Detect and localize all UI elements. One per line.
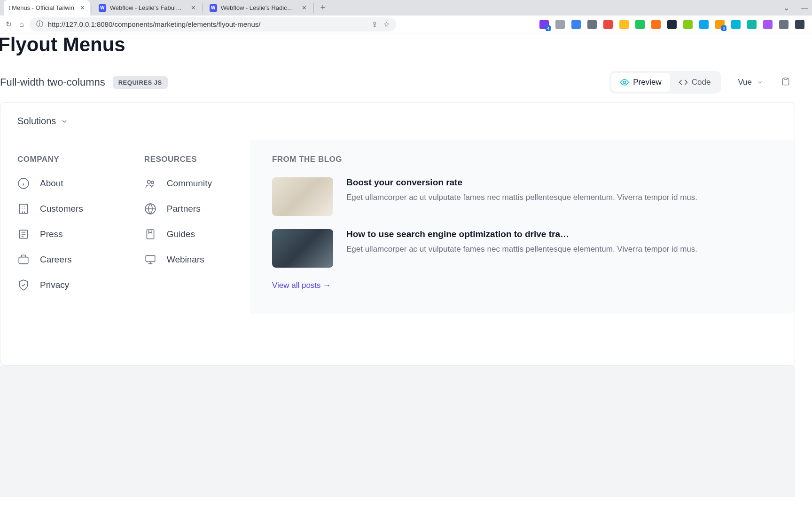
- company-item-careers[interactable]: Careers: [17, 254, 83, 266]
- column-title: RESOURCES: [144, 155, 212, 164]
- home-icon[interactable]: ⌂: [17, 18, 26, 31]
- page-content: Flyout Menus Full-width two-columns REQU…: [0, 33, 812, 508]
- resources-item-partners[interactable]: Partners: [144, 203, 212, 215]
- bookmark-icon: [144, 228, 156, 240]
- svg-point-17: [147, 181, 150, 184]
- chevron-down-icon: [61, 118, 68, 125]
- clipboard-icon: [781, 77, 790, 86]
- extension-icon[interactable]: [747, 20, 757, 29]
- extension-icon[interactable]: [603, 20, 613, 29]
- tab-title: Webflow - Leslie's Fabulous Si: [110, 4, 185, 11]
- extensions-area: 40: [539, 20, 808, 29]
- reload-icon[interactable]: ↻: [4, 18, 14, 31]
- extension-icon[interactable]: [795, 20, 804, 29]
- copy-button[interactable]: [776, 72, 795, 93]
- blog-title: Boost your conversion rate: [346, 177, 697, 188]
- svg-rect-22: [146, 255, 155, 262]
- column-title: COMPANY: [17, 155, 83, 164]
- solutions-trigger[interactable]: Solutions: [0, 103, 795, 140]
- bookmark-icon[interactable]: ☆: [383, 20, 390, 29]
- share-icon[interactable]: ⇪: [372, 20, 378, 29]
- extension-icon[interactable]: [731, 20, 741, 29]
- extension-badge: 0: [721, 25, 726, 31]
- close-icon[interactable]: ✕: [302, 4, 307, 11]
- blog-item[interactable]: How to use search engine optimization to…: [272, 229, 778, 268]
- company-item-about[interactable]: About: [17, 177, 83, 190]
- preview-code-toggle: Preview Code: [609, 71, 721, 94]
- close-icon[interactable]: ✕: [191, 4, 196, 11]
- resources-item-webinars[interactable]: Webinars: [144, 254, 212, 266]
- shield-icon: [17, 279, 30, 291]
- blog-column: FROM THE BLOG Boost your conversion rate…: [250, 140, 795, 314]
- extension-icon[interactable]: [635, 20, 645, 29]
- extension-icon[interactable]: [619, 20, 629, 29]
- tab-title: t Menus - Official Tailwin: [8, 4, 74, 11]
- extension-icon[interactable]: [555, 20, 565, 29]
- eye-icon: [620, 78, 629, 87]
- extension-icon[interactable]: [587, 20, 597, 29]
- blog-thumbnail: [272, 229, 333, 268]
- framework-select[interactable]: Vue: [728, 73, 773, 92]
- preview-button[interactable]: Preview: [611, 73, 670, 92]
- extension-icon[interactable]: [699, 20, 709, 29]
- browser-tab[interactable]: W Webflow - Leslie's Radical Site ✕: [205, 0, 312, 16]
- company-column: COMPANY AboutCustomersPressCareersPrivac…: [17, 155, 83, 291]
- extension-icon[interactable]: 0: [715, 20, 725, 29]
- flyout-panel: COMPANY AboutCustomersPressCareersPrivac…: [0, 140, 795, 314]
- column-title: FROM THE BLOG: [272, 155, 778, 164]
- newspaper-icon: [17, 228, 30, 240]
- browser-tab[interactable]: W Webflow - Leslie's Fabulous Si ✕: [94, 0, 201, 16]
- svg-rect-16: [19, 257, 28, 264]
- resources-item-community[interactable]: Community: [144, 177, 212, 190]
- new-tab-button[interactable]: +: [320, 3, 326, 13]
- preview-frame: Solutions COMPANY AboutCustomersPressCar…: [0, 102, 795, 365]
- extension-icon[interactable]: [571, 20, 581, 29]
- extension-icon[interactable]: [667, 20, 677, 29]
- close-icon[interactable]: ✕: [80, 4, 85, 11]
- section-header: Full-width two-columns REQUIRES JS Previ…: [0, 64, 812, 102]
- browser-tab-active[interactable]: t Menus - Official Tailwin ✕: [4, 0, 90, 16]
- webflow-favicon: W: [210, 4, 217, 12]
- svg-rect-21: [147, 230, 154, 239]
- url-bar[interactable]: ⓘ http://127.0.0.1:8080/components/marke…: [30, 17, 396, 32]
- blog-desc: Eget ullamcorper ac ut vulputate fames n…: [346, 191, 697, 204]
- site-info-icon[interactable]: ⓘ: [36, 20, 43, 29]
- blog-title: How to use search engine optimization to…: [346, 229, 697, 239]
- svg-rect-5: [19, 204, 27, 214]
- blog-desc: Eget ullamcorper ac ut vulputate fames n…: [346, 243, 697, 255]
- info-icon: [17, 177, 30, 190]
- globe-icon: [144, 203, 156, 215]
- view-all-link[interactable]: View all posts →: [272, 281, 778, 290]
- minimize-icon[interactable]: —: [801, 4, 808, 12]
- extension-badge: 4: [546, 25, 551, 31]
- page-heading: Flyout Menus: [0, 33, 812, 64]
- extension-icon[interactable]: [779, 20, 789, 29]
- company-item-press[interactable]: Press: [17, 228, 83, 240]
- svg-rect-1: [784, 78, 788, 79]
- section-name: Full-width two-columns: [0, 76, 105, 88]
- extension-icon[interactable]: [763, 20, 773, 29]
- extension-icon[interactable]: 4: [539, 20, 549, 29]
- blog-thumbnail: [272, 177, 333, 216]
- resources-column: RESOURCES CommunityPartnersGuidesWebinar…: [144, 155, 212, 291]
- briefcase-icon: [17, 254, 30, 266]
- building-icon: [17, 203, 30, 215]
- company-item-customers[interactable]: Customers: [17, 203, 83, 215]
- resources-item-guides[interactable]: Guides: [144, 228, 212, 240]
- requires-js-badge: REQUIRES JS: [113, 76, 168, 89]
- extension-icon[interactable]: [683, 20, 693, 29]
- extension-icon[interactable]: [651, 20, 661, 29]
- code-button[interactable]: Code: [670, 73, 719, 92]
- chevron-down-icon: [757, 79, 763, 86]
- code-icon: [679, 78, 688, 87]
- browser-toolbar: ↻ ⌂ ⓘ http://127.0.0.1:8080/components/m…: [0, 16, 812, 33]
- url-text: http://127.0.0.1:8080/components/marketi…: [48, 20, 261, 28]
- company-item-privacy[interactable]: Privacy: [17, 279, 83, 291]
- tabs-dropdown-icon[interactable]: ⌄: [783, 3, 789, 12]
- monitor-icon: [144, 254, 156, 266]
- blog-item[interactable]: Boost your conversion rate Eget ullamcor…: [272, 177, 778, 216]
- webflow-favicon: W: [99, 4, 106, 12]
- below-spacer: [0, 365, 795, 497]
- browser-tab-strip: t Menus - Official Tailwin ✕ W Webflow -…: [0, 0, 812, 16]
- svg-point-18: [151, 181, 153, 183]
